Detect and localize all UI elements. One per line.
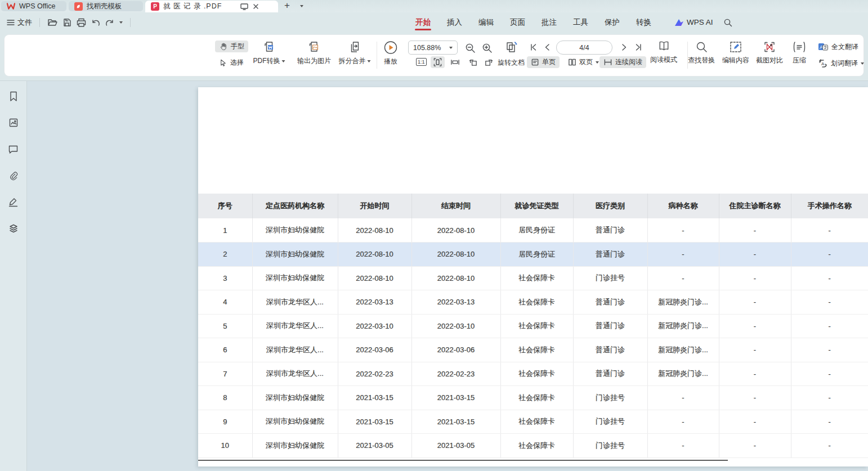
continuous-reading-button[interactable]: 连续阅读 bbox=[599, 56, 646, 68]
table-cell: - bbox=[791, 362, 868, 386]
table-row: 8深圳市妇幼保健院2021-03-152021-03-15社会保障卡门诊挂号--… bbox=[198, 386, 868, 410]
menu-tab-批注[interactable]: 批注 bbox=[541, 14, 557, 32]
new-tab-button[interactable]: + bbox=[284, 0, 290, 11]
rotate-left-icon bbox=[468, 57, 478, 67]
zoom-in-button[interactable] bbox=[482, 43, 493, 53]
table-cell: 社会保障卡 bbox=[500, 266, 573, 290]
single-page-button[interactable]: 单页 bbox=[527, 56, 560, 68]
tab-list-chevron-icon[interactable] bbox=[300, 5, 303, 7]
table-cell: 新冠肺炎门诊... bbox=[647, 314, 719, 338]
menu-tab-编辑[interactable]: 编辑 bbox=[478, 14, 494, 32]
hand-tool-button[interactable]: 手型 bbox=[215, 41, 248, 52]
split-merge-button[interactable]: 拆分合并 bbox=[339, 41, 371, 66]
zoom-level-select[interactable]: 105.88% bbox=[408, 41, 458, 55]
menu-tab-转换[interactable]: 转换 bbox=[636, 14, 652, 32]
tab-label: WPS Office bbox=[19, 2, 55, 10]
zoom-out-button[interactable] bbox=[465, 43, 476, 53]
redo-icon[interactable] bbox=[105, 19, 114, 26]
fit-page-icon bbox=[433, 57, 442, 67]
ribbon-toolbar: 手型 选择 PDF转换 输出为图片 拆分合并 播放 105.88% 1:1 bbox=[5, 35, 863, 76]
undo-icon[interactable] bbox=[91, 19, 100, 26]
export-image-button[interactable]: 输出为图片 bbox=[297, 41, 331, 66]
menu-tab-工具[interactable]: 工具 bbox=[572, 14, 589, 32]
save-icon[interactable] bbox=[62, 18, 71, 27]
menu-tab-插入[interactable]: 插入 bbox=[446, 14, 463, 32]
wps-logo-icon bbox=[7, 2, 15, 11]
table-cell: - bbox=[791, 434, 868, 458]
column-header: 序号 bbox=[198, 194, 252, 218]
tab-document-active[interactable]: P 就 医 记 录 .PDF bbox=[145, 1, 278, 12]
previous-page-button[interactable] bbox=[544, 43, 551, 52]
table-cell: 普通门诊 bbox=[573, 218, 647, 243]
actual-size-button[interactable]: 1:1 bbox=[414, 56, 429, 66]
table-cell: 9 bbox=[198, 410, 252, 434]
play-button[interactable]: 播放 bbox=[384, 41, 398, 66]
tab-docer[interactable]: 找稻壳模板 bbox=[69, 1, 143, 11]
find-replace-icon bbox=[695, 41, 708, 53]
wps-ai-button[interactable]: WPS AI bbox=[674, 18, 713, 26]
page-indicator-input[interactable]: 4/4 bbox=[556, 41, 612, 55]
open-file-icon[interactable] bbox=[47, 18, 57, 27]
table-cell: 2022-02-23 bbox=[338, 362, 411, 386]
tab-wps-home[interactable]: WPS Office bbox=[1, 1, 66, 11]
compress-icon bbox=[792, 41, 807, 53]
table-row: 3深圳市妇幼保健院2022-08-102022-08-10社会保障卡门诊挂号--… bbox=[198, 266, 868, 290]
table-cell: 2021-03-05 bbox=[411, 434, 500, 458]
find-replace-label: 查找替换 bbox=[688, 56, 715, 65]
read-mode-button[interactable]: 阅读模式 bbox=[650, 39, 677, 65]
edit-content-button[interactable]: 编辑内容 bbox=[722, 41, 749, 65]
find-replace-button[interactable]: 查找替换 bbox=[688, 41, 715, 65]
attachment-icon[interactable] bbox=[6, 168, 21, 183]
pdf-convert-button[interactable]: PDF转换 bbox=[253, 41, 285, 66]
select-tool-button[interactable]: 选择 bbox=[215, 57, 248, 69]
print-icon[interactable] bbox=[77, 18, 86, 27]
table-cell: - bbox=[719, 266, 791, 290]
table-cell: 1 bbox=[198, 218, 252, 243]
last-page-button[interactable] bbox=[634, 43, 643, 52]
word-translate-icon: A bbox=[818, 59, 828, 68]
table-cell: 新冠肺炎门诊... bbox=[647, 362, 719, 386]
replace-pages-icon[interactable] bbox=[504, 41, 519, 55]
table-cell: - bbox=[647, 266, 719, 290]
table-row: 9深圳市妇幼保健院2021-03-152021-03-15社会保障卡门诊挂号--… bbox=[198, 410, 868, 434]
layers-icon[interactable] bbox=[6, 221, 21, 236]
comment-icon[interactable] bbox=[6, 142, 21, 156]
menu-tab-保护[interactable]: 保护 bbox=[604, 14, 620, 32]
table-cell: - bbox=[791, 266, 868, 290]
table-cell: 2022-03-13 bbox=[411, 290, 500, 315]
signature-icon[interactable] bbox=[6, 195, 21, 209]
close-tab-icon[interactable] bbox=[253, 3, 259, 10]
quick-access-chevron-icon[interactable] bbox=[119, 21, 123, 24]
menu-tab-页面[interactable]: 页面 bbox=[509, 14, 526, 32]
word-translate-button[interactable]: A 划词翻译 bbox=[814, 57, 868, 69]
thumbnail-icon[interactable] bbox=[6, 115, 21, 130]
first-page-button[interactable] bbox=[529, 43, 538, 52]
menu-tab-开始[interactable]: 开始 bbox=[415, 14, 431, 32]
divider bbox=[39, 18, 40, 27]
wps-ai-label: WPS AI bbox=[687, 18, 713, 26]
table-cell: 2022-03-06 bbox=[338, 338, 411, 362]
table-cell: 深圳市龙华区人... bbox=[252, 338, 338, 362]
fit-page-button[interactable] bbox=[431, 56, 445, 68]
screenshot-compare-button[interactable]: 截图对比 bbox=[756, 41, 783, 65]
pdf-convert-icon bbox=[262, 41, 276, 54]
fit-width-button[interactable] bbox=[448, 56, 462, 68]
rotate-left-button[interactable] bbox=[466, 56, 480, 68]
one-to-one-icon: 1:1 bbox=[416, 58, 427, 66]
rotate-document-button[interactable]: 旋转文档 bbox=[494, 57, 529, 69]
bookmark-icon[interactable] bbox=[6, 89, 21, 104]
svg-text:A: A bbox=[821, 61, 825, 66]
next-page-button[interactable] bbox=[621, 43, 628, 52]
tab-label: 找稻壳模板 bbox=[87, 2, 122, 11]
double-page-button[interactable]: 双页 bbox=[564, 56, 603, 68]
screen-share-icon[interactable] bbox=[240, 3, 248, 10]
tab-label: 就 医 记 录 .PDF bbox=[163, 2, 222, 11]
full-translate-button[interactable]: A 全文翻译 bbox=[814, 41, 862, 53]
table-row: 5深圳市龙华区人...2022-03-102022-03-10社会保障卡普通门诊… bbox=[198, 314, 868, 338]
search-icon[interactable] bbox=[723, 18, 732, 27]
file-menu-button[interactable]: 文件 bbox=[7, 17, 32, 28]
compress-button[interactable]: 压缩 bbox=[792, 41, 807, 65]
screenshot-compare-label: 截图对比 bbox=[756, 56, 783, 65]
column-header: 病种名称 bbox=[647, 194, 719, 218]
medical-records-table: 序号定点医药机构名称开始时间结束时间就诊凭证类型医疗类别病种名称住院主诊断名称手… bbox=[198, 194, 868, 458]
